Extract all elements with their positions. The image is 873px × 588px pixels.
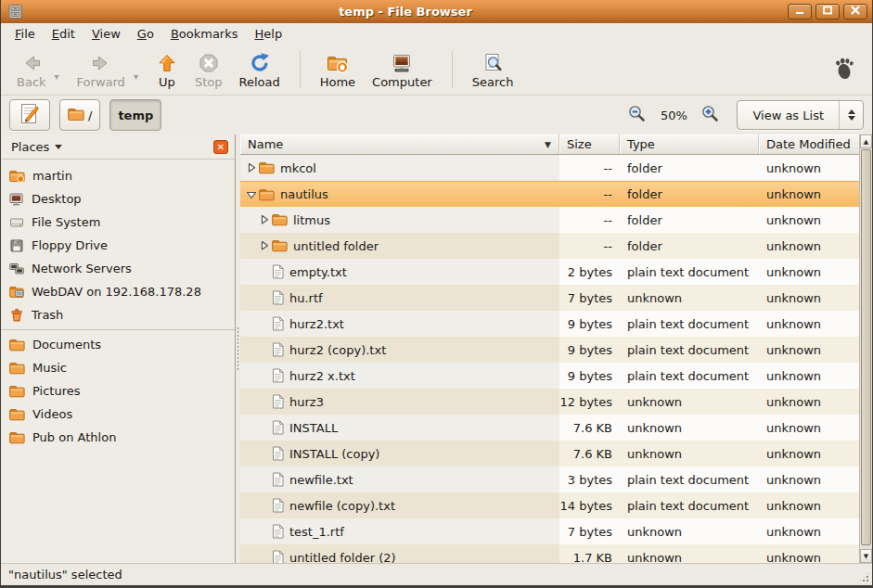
sidebar-item-videos[interactable]: Videos	[1, 403, 235, 426]
sidebar-item-file-system[interactable]: File System	[1, 211, 235, 234]
column-header-size[interactable]: Size	[559, 134, 620, 154]
table-row[interactable]: hurz2 (copy).txt 9 bytes plain text docu…	[240, 337, 859, 363]
expander-expanded-icon[interactable]	[245, 189, 257, 200]
up-button[interactable]: Up	[148, 47, 186, 93]
file-size: 9 bytes	[559, 311, 620, 337]
table-row[interactable]: INSTALL 7.6 KB unknown unknown	[240, 415, 859, 441]
path-current-button[interactable]: temp	[109, 99, 161, 131]
scrollbar-track[interactable]	[860, 148, 872, 549]
file-name: INSTALL	[289, 421, 338, 435]
expander-collapsed-icon[interactable]	[245, 162, 257, 173]
minimize-button[interactable]	[788, 4, 812, 19]
menu-file[interactable]: File	[6, 25, 44, 43]
file-type: unknown	[620, 285, 759, 311]
file-name: hurz2.txt	[289, 317, 344, 331]
toolbar-button-label: Back	[17, 75, 46, 89]
table-row[interactable]: newfile (copy).txt 14 bytes plain text d…	[240, 492, 859, 518]
file-manager-icon	[7, 4, 23, 19]
toolbar-button-label: Forward	[77, 75, 125, 89]
file-type: plain text document	[620, 259, 759, 285]
sidebar-item-label: Floppy Drive	[32, 238, 108, 252]
places-selector[interactable]: Places	[7, 138, 66, 156]
computer-button[interactable]: Computer	[364, 47, 441, 93]
pane-splitter[interactable]	[236, 134, 240, 563]
file-name: nautilus	[280, 187, 328, 201]
table-row[interactable]: hu.rtf 7 bytes unknown unknown	[240, 285, 859, 311]
table-row[interactable]: INSTALL (copy) 7.6 KB unknown unknown	[240, 441, 859, 467]
home-folder-icon	[9, 170, 25, 183]
file-name: hurz2 (copy).txt	[289, 343, 386, 357]
file-size: --	[559, 155, 620, 181]
zoom-out-icon[interactable]	[627, 104, 647, 126]
folder-icon	[68, 108, 84, 123]
sidebar-item-trash[interactable]: Trash	[1, 303, 235, 326]
path-root-label: /	[88, 109, 92, 122]
file-icon	[272, 446, 284, 461]
sidebar-item-network-servers[interactable]: Network Servers	[1, 257, 235, 280]
sidebar-item-floppy-drive[interactable]: Floppy Drive	[1, 234, 235, 257]
view-mode-spin-arrows	[839, 101, 863, 129]
table-row[interactable]: untitled folder (2) 1.7 KB unknown unkno…	[240, 544, 859, 563]
sidebar-item-pictures[interactable]: Pictures	[1, 379, 235, 403]
file-icon	[272, 420, 284, 435]
zoom-level: 50%	[658, 109, 689, 122]
reload-button[interactable]: Reload	[230, 47, 288, 93]
file-name: untitled folder (2)	[289, 551, 396, 564]
column-header-name[interactable]: Name ▼	[240, 134, 559, 154]
sidebar-item-webdav-on-192-168-178-28[interactable]: WebDAV on 192.168.178.28	[1, 280, 235, 303]
up-arrow-icon	[156, 50, 178, 74]
gnome-throbber-icon	[831, 56, 857, 84]
view-mode-label: View as List	[738, 101, 839, 129]
sidebar-item-desktop[interactable]: Desktop	[1, 187, 235, 211]
table-row[interactable]: hurz3 12 bytes unknown unknown	[240, 389, 859, 415]
folder-icon	[9, 385, 25, 398]
toggle-location-entry-button[interactable]	[9, 99, 50, 131]
table-row[interactable]: empty.txt 2 bytes plain text document un…	[240, 259, 859, 285]
menubar: FileEditViewGoBookmarksHelp	[1, 23, 872, 45]
close-button[interactable]	[843, 4, 867, 19]
zoom-in-icon[interactable]	[700, 104, 720, 126]
sidebar-header: Places ✕	[1, 134, 235, 160]
expander-collapsed-icon[interactable]	[258, 240, 270, 251]
file-date-modified: unknown	[759, 259, 859, 285]
menu-edit[interactable]: Edit	[44, 25, 83, 43]
expander-collapsed-icon[interactable]	[258, 214, 270, 225]
file-size: 9 bytes	[559, 337, 620, 363]
table-row[interactable]: hurz2 x.txt 9 bytes plain text document …	[240, 363, 859, 389]
table-row[interactable]: litmus -- folder unknown	[240, 207, 859, 233]
sidebar-item-music[interactable]: Music	[1, 356, 235, 379]
file-icon	[272, 290, 284, 305]
table-row[interactable]: mkcol -- folder unknown	[240, 155, 859, 181]
table-row[interactable]: test_1.rtf 7 bytes unknown unknown	[240, 518, 859, 544]
folder-icon	[259, 188, 275, 201]
sidebar-separator	[1, 329, 235, 330]
folder-icon	[9, 362, 25, 375]
view-mode-select[interactable]: View as List	[737, 100, 864, 130]
maximize-button[interactable]	[815, 4, 840, 19]
file-date-modified: unknown	[759, 518, 859, 544]
table-row[interactable]: newfile.txt 3 bytes plain text document …	[240, 467, 859, 492]
menu-go[interactable]: Go	[129, 25, 162, 43]
table-row[interactable]: hurz2.txt 9 bytes plain text document un…	[240, 311, 859, 337]
scroll-down-button[interactable]: ▼	[860, 549, 872, 563]
scroll-up-button[interactable]: ▲	[860, 134, 872, 148]
places-list: martin Desktop File System Floppy Drive …	[1, 160, 235, 563]
menu-help[interactable]: Help	[247, 25, 291, 43]
table-row[interactable]: untitled folder -- folder unknown	[240, 233, 859, 259]
column-header-type[interactable]: Type	[620, 134, 759, 154]
sidebar-item-pub-on-athlon[interactable]: Pub on Athlon	[1, 426, 235, 449]
sidebar-item-martin[interactable]: martin	[1, 164, 235, 187]
table-row[interactable]: nautilus -- folder unknown	[240, 181, 859, 207]
home-button[interactable]: Home	[312, 47, 364, 93]
scrollbar-thumb[interactable]	[861, 149, 871, 545]
menu-view[interactable]: View	[83, 25, 129, 43]
column-header-date-modified[interactable]: Date Modified	[759, 134, 859, 154]
file-size: --	[559, 181, 620, 207]
sidebar-item-documents[interactable]: Documents	[1, 333, 235, 356]
close-sidebar-button[interactable]: ✕	[213, 140, 228, 154]
home-folder-big-icon	[327, 50, 349, 74]
path-root-button[interactable]: /	[59, 99, 100, 131]
resize-grip[interactable]	[858, 571, 870, 583]
search-button[interactable]: Search	[464, 47, 522, 93]
menu-bookmarks[interactable]: Bookmarks	[162, 25, 247, 43]
